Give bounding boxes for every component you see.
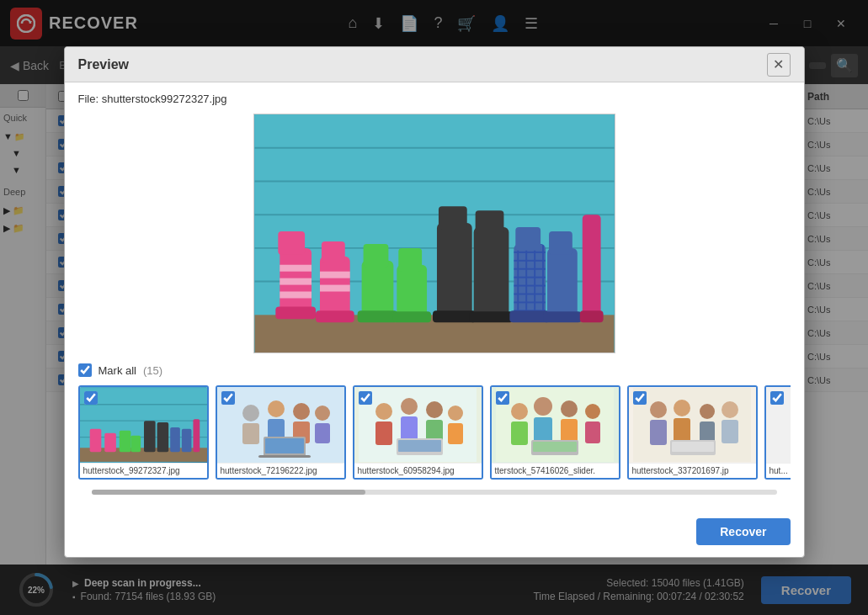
svg-rect-98 [674, 418, 690, 443]
preview-boots-svg [254, 114, 615, 353]
thumbnail-image [354, 387, 482, 463]
file-label: File: shutterstock99272327.jpg [78, 93, 791, 105]
svg-point-99 [700, 404, 715, 419]
svg-point-73 [375, 403, 392, 420]
svg-rect-12 [280, 265, 312, 272]
svg-rect-70 [265, 438, 304, 453]
thumbnail-item[interactable]: tterstock_57416026_slider. [490, 385, 620, 480]
svg-rect-68 [315, 423, 330, 443]
svg-rect-58 [181, 429, 191, 452]
svg-rect-85 [511, 421, 528, 445]
svg-rect-56 [157, 422, 168, 452]
svg-rect-89 [561, 419, 578, 443]
svg-rect-87 [534, 417, 552, 443]
svg-rect-91 [585, 421, 600, 443]
svg-rect-52 [104, 433, 116, 452]
thumbnail-label: hutterstock_60958294.jpg [354, 463, 482, 478]
thumbnail-image [492, 387, 619, 463]
thumbnails-row: hutterstock_99272327.jpg [78, 385, 791, 483]
mark-all-row: Mark all (15) [78, 363, 791, 377]
thumbnail-checkbox[interactable] [359, 391, 372, 405]
svg-rect-41 [582, 215, 600, 316]
svg-rect-28 [436, 223, 471, 316]
svg-point-79 [448, 406, 463, 421]
svg-rect-27 [398, 248, 422, 272]
svg-rect-22 [361, 261, 393, 317]
svg-point-90 [585, 404, 600, 419]
svg-rect-38 [547, 248, 578, 316]
svg-point-67 [315, 406, 330, 421]
svg-rect-93 [533, 442, 577, 452]
recover-button-dialog[interactable]: Recover [696, 518, 790, 545]
svg-point-75 [401, 398, 418, 415]
thumbnail-label: hut... [766, 463, 791, 478]
svg-rect-32 [469, 311, 513, 322]
svg-point-63 [268, 400, 285, 417]
svg-rect-23 [357, 310, 397, 322]
thumbnail-item[interactable]: hutterstock_60958294.jpg [353, 385, 483, 480]
svg-point-97 [674, 400, 690, 416]
svg-rect-62 [242, 423, 259, 444]
svg-rect-19 [319, 285, 349, 292]
svg-rect-51 [89, 429, 101, 452]
svg-rect-39 [543, 311, 582, 322]
svg-rect-57 [170, 427, 180, 452]
svg-rect-18 [319, 272, 349, 278]
dialog-header: Preview ✕ [65, 47, 804, 82]
svg-rect-15 [275, 306, 316, 319]
svg-rect-82 [398, 440, 441, 452]
svg-point-101 [722, 401, 738, 418]
svg-rect-30 [438, 206, 466, 230]
thumbnail-scrollbar[interactable] [92, 490, 777, 495]
svg-rect-37 [515, 227, 541, 251]
mark-all-label: Mark all [99, 364, 137, 377]
svg-rect-96 [650, 420, 667, 445]
svg-rect-102 [722, 420, 738, 443]
svg-rect-33 [475, 210, 503, 234]
mark-count: (15) [143, 364, 162, 377]
svg-point-65 [293, 403, 310, 420]
thumbnail-label: hutterstock_72196222.jpg [217, 463, 344, 478]
svg-rect-13 [280, 278, 312, 285]
svg-rect-21 [321, 241, 344, 263]
thumbnail-item[interactable]: hut... [764, 385, 791, 480]
svg-rect-24 [363, 244, 388, 268]
thumbnail-image [217, 387, 344, 463]
svg-point-77 [426, 401, 443, 418]
thumbnail-image [629, 387, 756, 463]
thumbnail-checkbox[interactable] [84, 391, 98, 405]
thumbnail-checkbox[interactable] [633, 391, 647, 405]
svg-rect-42 [579, 310, 603, 322]
preview-dialog: Preview ✕ File: shutterstock99272327.jpg [64, 46, 805, 558]
dialog-footer: Recover [65, 510, 804, 557]
svg-rect-80 [448, 423, 463, 444]
svg-rect-35 [514, 244, 546, 316]
svg-rect-59 [193, 419, 200, 452]
svg-rect-31 [473, 227, 509, 316]
thumbnail-checkbox[interactable] [496, 391, 509, 405]
dialog-close-button[interactable]: ✕ [767, 53, 791, 77]
svg-rect-25 [397, 265, 427, 317]
thumbnail-scrollbar-thumb [92, 490, 366, 495]
thumbnail-item[interactable]: hutterstock_337201697.jp [627, 385, 758, 480]
svg-rect-74 [375, 421, 392, 445]
svg-point-95 [650, 401, 667, 418]
svg-point-88 [561, 400, 578, 417]
thumbnail-item[interactable]: hutterstock_72196222.jpg [216, 385, 346, 480]
svg-rect-16 [278, 231, 305, 255]
thumbnail-image [80, 387, 207, 463]
svg-rect-20 [315, 310, 354, 322]
svg-rect-54 [130, 436, 141, 452]
svg-rect-104 [672, 442, 714, 452]
svg-point-84 [511, 403, 528, 420]
thumbnail-checkbox[interactable] [221, 391, 235, 405]
thumbnail-checkbox[interactable] [770, 391, 784, 405]
svg-rect-14 [280, 292, 312, 299]
mark-all-checkbox[interactable] [78, 363, 92, 377]
preview-image [253, 114, 615, 353]
svg-rect-71 [258, 455, 311, 458]
thumbnail-item[interactable]: hutterstock_99272327.jpg [78, 385, 209, 480]
dialog-title: Preview [78, 57, 129, 72]
svg-rect-53 [119, 431, 130, 452]
thumbnail-label: hutterstock_99272327.jpg [80, 463, 207, 478]
